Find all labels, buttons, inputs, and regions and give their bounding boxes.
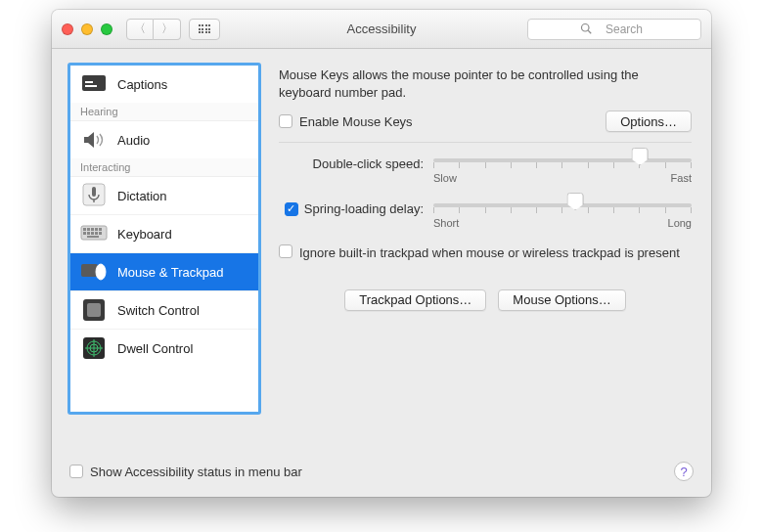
double-click-speed-label: Double-click speed: — [313, 156, 424, 171]
spring-loading-short-label: Short — [433, 217, 459, 229]
help-button[interactable]: ? — [674, 462, 694, 481]
footer: Show Accessibility status in menu bar ? — [52, 462, 711, 497]
ignore-trackpad-row: Ignore built-in trackpad when mouse or w… — [279, 244, 692, 262]
svg-rect-3 — [85, 85, 97, 87]
show-all-prefs-button[interactable] — [189, 19, 220, 40]
keyboard-icon — [80, 221, 108, 246]
show-status-menubar-checkbox[interactable] — [69, 465, 83, 478]
mouse-options-button[interactable]: Mouse Options… — [498, 289, 625, 311]
window-controls — [62, 23, 112, 35]
spring-loading-label: Spring-loading delay: — [304, 201, 424, 216]
spring-loading-checkbox[interactable] — [285, 202, 298, 216]
close-window-button[interactable] — [62, 23, 73, 35]
svg-rect-6 — [92, 187, 96, 197]
svg-rect-4 — [85, 81, 93, 83]
sidebar-item-mouse-trackpad[interactable]: Mouse & Trackpad — [70, 252, 258, 290]
sidebar-item-dwell-control[interactable]: Dwell Control — [70, 329, 258, 367]
speaker-icon — [80, 127, 108, 153]
search-icon — [580, 22, 592, 37]
sidebar-item-label: Audio — [117, 133, 150, 148]
svg-rect-19 — [87, 236, 99, 238]
mouse-keys-options-button[interactable]: Options… — [606, 111, 692, 132]
forward-button[interactable]: 〉 — [154, 19, 181, 40]
switch-control-icon — [80, 297, 108, 323]
back-button[interactable]: 〈 — [126, 19, 154, 40]
content: Captions Hearing Audio Interacting Dicta… — [52, 49, 711, 462]
sidebar-item-label: Mouse & Trackpad — [117, 265, 223, 280]
captions-icon — [80, 71, 108, 97]
mouse-trackpad-icon — [80, 259, 108, 285]
spring-loading-row: Spring-loading delay: Short Long — [279, 200, 692, 229]
svg-rect-13 — [99, 228, 102, 231]
double-click-speed-slider[interactable]: Slow Fast — [433, 155, 692, 184]
svg-rect-20 — [81, 264, 98, 277]
sidebar-group-hearing: Hearing — [70, 103, 258, 121]
titlebar: 〈 〉 Accessibility — [52, 10, 711, 49]
ignore-trackpad-checkbox[interactable] — [279, 244, 292, 258]
search-wrap — [527, 19, 701, 40]
window-title: Accessibility — [347, 22, 417, 36]
category-sidebar[interactable]: Captions Hearing Audio Interacting Dicta… — [67, 63, 261, 415]
sidebar-item-switch-control[interactable]: Switch Control — [70, 290, 258, 329]
svg-rect-17 — [95, 232, 98, 235]
zoom-window-button[interactable] — [101, 23, 112, 35]
chevron-right-icon: 〉 — [161, 21, 173, 37]
double-click-slow-label: Slow — [433, 172, 457, 184]
svg-rect-11 — [91, 228, 94, 231]
sidebar-item-dictation[interactable]: Dictation — [70, 177, 258, 214]
svg-point-0 — [582, 23, 590, 31]
accessibility-window: 〈 〉 Accessibility — [52, 10, 711, 497]
svg-rect-18 — [99, 232, 102, 235]
svg-rect-10 — [87, 228, 90, 231]
sidebar-item-label: Captions — [117, 77, 167, 92]
sidebar-item-audio[interactable]: Audio — [70, 121, 258, 158]
chevron-left-icon: 〈 — [134, 21, 146, 37]
help-icon: ? — [680, 465, 687, 479]
svg-rect-9 — [83, 228, 86, 231]
mouse-keys-description: Mouse Keys allows the mouse pointer to b… — [279, 66, 692, 101]
divider — [279, 142, 692, 143]
spring-loading-long-label: Long — [668, 217, 692, 229]
spring-loading-slider[interactable]: Short Long — [433, 200, 692, 229]
show-status-menubar-label: Show Accessibility status in menu bar — [90, 465, 302, 479]
double-click-fast-label: Fast — [671, 172, 692, 184]
sidebar-item-label: Keyboard — [117, 227, 172, 242]
enable-mouse-keys-label: Enable Mouse Keys — [299, 114, 413, 129]
sidebar-item-label: Dictation — [117, 189, 167, 203]
svg-rect-15 — [87, 232, 90, 235]
sidebar-item-keyboard[interactable]: Keyboard — [70, 214, 258, 252]
nav-back-forward: 〈 〉 — [126, 19, 181, 40]
settings-pane: Mouse Keys allows the mouse pointer to b… — [277, 63, 696, 452]
svg-line-1 — [588, 30, 591, 33]
double-click-speed-row: Double-click speed: Slow Fast — [279, 155, 692, 184]
sidebar-item-captions[interactable]: Captions — [70, 66, 258, 103]
enable-mouse-keys-checkbox[interactable] — [279, 114, 292, 128]
ignore-trackpad-label: Ignore built-in trackpad when mouse or w… — [299, 244, 680, 262]
sidebar-group-interacting: Interacting — [70, 158, 258, 177]
dwell-control-icon — [80, 335, 108, 361]
svg-point-21 — [96, 264, 106, 280]
svg-rect-16 — [91, 232, 94, 235]
svg-rect-23 — [87, 303, 101, 317]
svg-rect-12 — [95, 228, 98, 231]
grid-icon — [199, 24, 211, 33]
minimize-window-button[interactable] — [81, 23, 93, 35]
trackpad-options-button[interactable]: Trackpad Options… — [344, 289, 486, 311]
sidebar-item-label: Dwell Control — [117, 341, 193, 356]
microphone-icon — [80, 183, 108, 208]
sidebar-item-label: Switch Control — [117, 303, 200, 318]
search-input[interactable] — [527, 19, 701, 40]
svg-rect-14 — [83, 232, 86, 235]
